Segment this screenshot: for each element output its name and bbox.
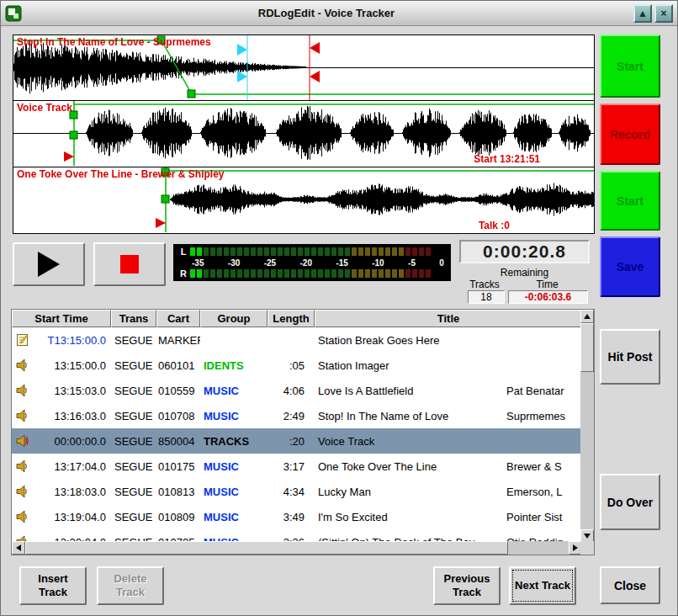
- close-icon: ×: [660, 8, 666, 19]
- next-track-button[interactable]: Next Track: [509, 566, 576, 605]
- meter-scale-label: -5: [408, 258, 416, 268]
- log-table-row[interactable]: 13:15:00.0 SEGUE 060101 IDENTS :05 Stati…: [12, 353, 582, 378]
- shade-button[interactable]: ▲: [633, 4, 652, 23]
- row-transition: SEGUE: [111, 385, 156, 397]
- column-title[interactable]: Title: [315, 310, 582, 327]
- voice-tracker-window: RDLogEdit - Voice Tracker ▲ × Stop! In T…: [0, 0, 678, 616]
- row-cart: MARKER: [156, 334, 200, 347]
- previous-track-button[interactable]: Previous Track: [433, 566, 501, 605]
- up-arrow-icon: [584, 314, 591, 319]
- row-group: MUSIC: [200, 385, 267, 397]
- row-title: Stop! In The Name of Love: [318, 410, 448, 422]
- stop-button[interactable]: [93, 242, 166, 286]
- hit-post-button[interactable]: Hit Post: [600, 329, 660, 385]
- insert-track-button[interactable]: Insert Track: [19, 566, 87, 605]
- row-length: 4:34: [267, 486, 315, 498]
- row-group: TRACKS: [200, 435, 267, 448]
- meter-scale-label: -25: [264, 258, 276, 268]
- row-cart: 010708: [156, 410, 200, 422]
- play-button[interactable]: [13, 242, 85, 286]
- meter-scale-label: -30: [228, 258, 240, 268]
- column-length[interactable]: Length: [267, 310, 315, 327]
- speaker-icon: [16, 459, 29, 473]
- row-length: 4:06: [267, 385, 315, 397]
- save-button[interactable]: Save: [600, 236, 660, 297]
- row-cart: 850004: [156, 435, 200, 448]
- speaker-icon: [16, 358, 29, 372]
- row-start-time: 13:19:04.0: [34, 511, 111, 523]
- log-body: T13:15:00.0 SEGUE MARKER Station Break G…: [12, 327, 582, 543]
- log-table-row[interactable]: 13:16:03.0 SEGUE 010708 MUSIC 2:49 Stop!…: [12, 403, 582, 428]
- row-length: :05: [267, 359, 315, 372]
- waveform-stack: Stop! In The Name of Love - Suprmemes Vo…: [13, 35, 595, 234]
- log-table-row[interactable]: 13:19:04.0 SEGUE 010809 MUSIC 3:49 I'm S…: [12, 504, 582, 529]
- delete-track-button[interactable]: Delete Track: [97, 566, 164, 605]
- meter-right-bar: [190, 268, 446, 279]
- row-group: MUSIC: [200, 460, 267, 473]
- log-table-row[interactable]: 00:00:00.0 SEGUE 850004 TRACKS :20 Voice…: [12, 428, 582, 454]
- row-cart: 010813: [156, 486, 200, 498]
- meter-left-label: L: [177, 247, 190, 257]
- row-start-time: 13:15:00.0: [34, 359, 111, 372]
- remaining-tracks-value: 18: [468, 290, 505, 304]
- row-length: 3:49: [267, 511, 315, 523]
- row-length: 3:17: [267, 460, 315, 473]
- meter-scale-label: -15: [336, 258, 347, 268]
- row-artist: Brewer & S: [506, 460, 562, 473]
- remaining-tracks-label: Tracks: [463, 279, 506, 290]
- log-table-row[interactable]: 13:15:03.0 SEGUE 010559 MUSIC 4:06 Love …: [12, 378, 582, 403]
- start-track-1-button[interactable]: Start: [600, 35, 660, 98]
- voice-track-icon: [16, 434, 29, 448]
- row-artist: Suprmemes: [506, 410, 565, 422]
- row-start-time: 13:16:03.0: [34, 410, 111, 422]
- log-table: Start Time Trans Cart Group Length Title…: [11, 309, 595, 555]
- row-length: 2:49: [267, 410, 315, 422]
- row-cart: 010809: [156, 511, 200, 523]
- waveform-track-3[interactable]: One Toke Over The Line - Brewer & Shiple…: [13, 167, 595, 234]
- track-2-annotation: Start 13:21:51: [474, 153, 540, 165]
- row-transition: SEGUE: [111, 359, 156, 372]
- column-cart[interactable]: Cart: [156, 310, 200, 327]
- close-window-button[interactable]: ×: [654, 4, 673, 23]
- left-arrow-icon: [16, 544, 21, 551]
- scroll-left-button[interactable]: [12, 541, 25, 555]
- column-start-time[interactable]: Start Time: [12, 310, 111, 327]
- do-over-button[interactable]: Do Over: [600, 474, 660, 530]
- row-title: Lucky Man: [318, 486, 371, 498]
- log-table-row[interactable]: 13:18:03.0 SEGUE 010813 MUSIC 4:34 Lucky…: [12, 479, 582, 504]
- log-table-row[interactable]: T13:15:00.0 SEGUE MARKER Station Break G…: [12, 327, 582, 353]
- row-title: One Toke Over The Line: [318, 460, 437, 473]
- row-start-time: 13:17:04.0: [34, 460, 111, 473]
- meter-left-bar: [190, 247, 446, 257]
- horizontal-scroll-thumb[interactable]: [25, 541, 508, 555]
- remaining-time-value: -0:06:03.6: [508, 290, 588, 304]
- vertical-scrollbar[interactable]: [580, 310, 594, 543]
- column-trans[interactable]: Trans: [111, 310, 156, 327]
- log-table-row[interactable]: 13:17:04.0 SEGUE 010175 MUSIC 3:17 One T…: [12, 454, 582, 479]
- title-bar: RDLogEdit - Voice Tracker ▲ ×: [1, 1, 677, 26]
- row-cart: 060101: [156, 359, 200, 372]
- start-track-3-button[interactable]: Start: [600, 171, 660, 231]
- row-start-time: T13:15:00.0: [34, 334, 111, 347]
- row-start-time: 00:00:00.0: [34, 435, 111, 448]
- vertical-scroll-thumb[interactable]: [580, 323, 594, 372]
- row-artist: Emerson, L: [506, 486, 562, 498]
- speaker-icon: [16, 485, 29, 498]
- meter-scale-label: -20: [300, 258, 312, 268]
- column-group[interactable]: Group: [200, 310, 267, 327]
- log-table-header: Start Time Trans Cart Group Length Title: [12, 310, 582, 327]
- row-group: MUSIC: [200, 511, 267, 523]
- row-cart: 010559: [156, 385, 200, 397]
- play-icon: [38, 252, 60, 277]
- row-start-time: 13:18:03.0: [34, 486, 111, 498]
- waveform-track-1[interactable]: Stop! In The Name of Love - Suprmemes: [13, 35, 595, 101]
- remaining-label: Remaining: [459, 267, 590, 279]
- row-transition: SEGUE: [111, 460, 156, 473]
- waveform-track-2[interactable]: Voice Track Start 13:21:51: [13, 101, 595, 167]
- horizontal-scrollbar[interactable]: [12, 541, 582, 555]
- row-length: :20: [267, 435, 315, 448]
- scroll-up-button[interactable]: [580, 310, 594, 323]
- record-button[interactable]: Record: [600, 104, 660, 165]
- close-button[interactable]: Close: [600, 566, 660, 604]
- row-group: IDENTS: [200, 359, 267, 372]
